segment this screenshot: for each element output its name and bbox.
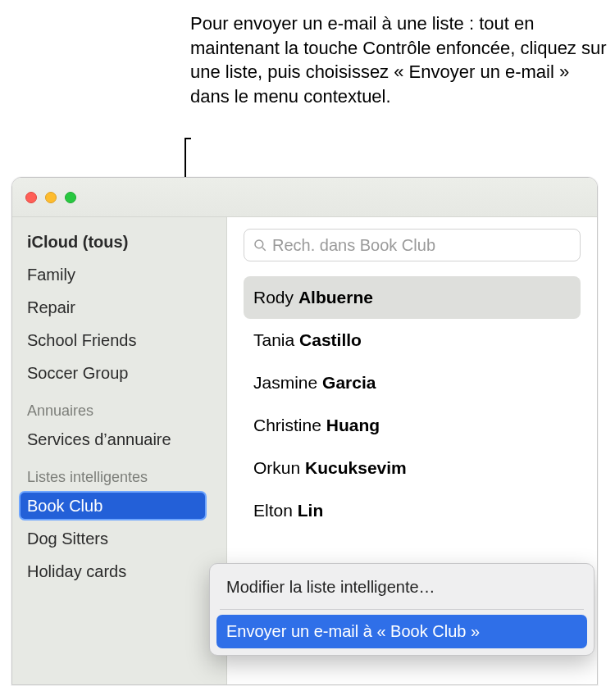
menu-separator <box>220 609 584 610</box>
sidebar-item-school-friends[interactable]: School Friends <box>12 324 226 357</box>
sidebar-section-smart-lists: Listes intelligentes <box>12 456 226 489</box>
sidebar-item-holiday-cards[interactable]: Holiday cards <box>12 555 226 588</box>
search-icon <box>253 238 267 252</box>
sidebar-item-label: School Friends <box>27 331 136 349</box>
contact-last-name: Garcia <box>322 373 376 392</box>
contact-last-name: Albuerne <box>298 288 373 307</box>
contact-first-name: Elton <box>253 501 293 520</box>
zoom-icon[interactable] <box>65 192 76 203</box>
sidebar-item-label: Family <box>27 266 75 284</box>
window-titlebar <box>12 178 597 217</box>
contact-row[interactable]: Rody Albuerne <box>244 276 581 319</box>
sidebar-item-repair[interactable]: Repair <box>12 291 226 324</box>
sidebar-item-family[interactable]: Family <box>12 258 226 291</box>
search-placeholder: Rech. dans Book Club <box>272 236 435 255</box>
context-menu: Modifier la liste intelligente… Envoyer … <box>209 563 594 656</box>
contact-first-name: Orkun <box>253 458 300 477</box>
contact-row[interactable]: Elton Lin <box>244 489 581 532</box>
contact-row[interactable]: Christine Huang <box>244 404 581 447</box>
sidebar-section-directories: Annuaires <box>12 389 226 423</box>
menu-item-send-email[interactable]: Envoyer un e-mail à « Book Club » <box>216 615 587 648</box>
close-icon[interactable] <box>25 192 37 203</box>
sidebar-item-directory-services[interactable]: Services d’annuaire <box>12 423 226 456</box>
sidebar: iCloud (tous) Family Repair School Frien… <box>12 217 227 684</box>
sidebar-item-label: Soccer Group <box>27 364 128 382</box>
sidebar-item-dog-sitters[interactable]: Dog Sitters <box>12 522 226 555</box>
sidebar-item-book-club[interactable]: Book Club <box>12 489 226 522</box>
contacts-window: iCloud (tous) Family Repair School Frien… <box>11 177 598 685</box>
contact-last-name: Castillo <box>299 330 362 349</box>
sidebar-item-label: iCloud (tous) <box>27 233 128 251</box>
sidebar-item-label: Holiday cards <box>27 562 126 580</box>
menu-item-edit-smart-list[interactable]: Modifier la liste intelligente… <box>216 570 587 604</box>
contact-row[interactable]: Orkun Kucuksevim <box>244 447 581 489</box>
contact-last-name: Kucuksevim <box>305 458 407 477</box>
sidebar-item-label: Repair <box>27 298 75 316</box>
contact-row[interactable]: Tania Castillo <box>244 319 581 361</box>
sidebar-item-soccer-group[interactable]: Soccer Group <box>12 357 226 389</box>
minimize-icon[interactable] <box>45 192 57 203</box>
sidebar-item-label: Dog Sitters <box>27 530 108 548</box>
contact-first-name: Rody <box>253 288 294 307</box>
sidebar-item-label: Services d’annuaire <box>27 430 171 448</box>
sidebar-item-label: Book Club <box>27 497 102 515</box>
contact-row[interactable]: Jasmine Garcia <box>244 361 581 404</box>
contact-last-name: Lin <box>298 501 324 520</box>
svg-line-1 <box>262 248 266 251</box>
search-input[interactable]: Rech. dans Book Club <box>244 229 581 261</box>
contact-list: Rody Albuerne Tania Castillo Jasmine Gar… <box>244 276 581 532</box>
contact-first-name: Jasmine <box>253 373 317 392</box>
contact-first-name: Tania <box>253 330 294 349</box>
contact-first-name: Christine <box>253 416 321 434</box>
svg-point-0 <box>255 240 263 248</box>
contact-last-name: Huang <box>326 416 380 434</box>
callout-text: Pour envoyer un e-mail à une liste : tou… <box>190 11 613 109</box>
sidebar-item-icloud-all[interactable]: iCloud (tous) <box>12 225 226 258</box>
callout-leader-tick <box>184 138 191 139</box>
